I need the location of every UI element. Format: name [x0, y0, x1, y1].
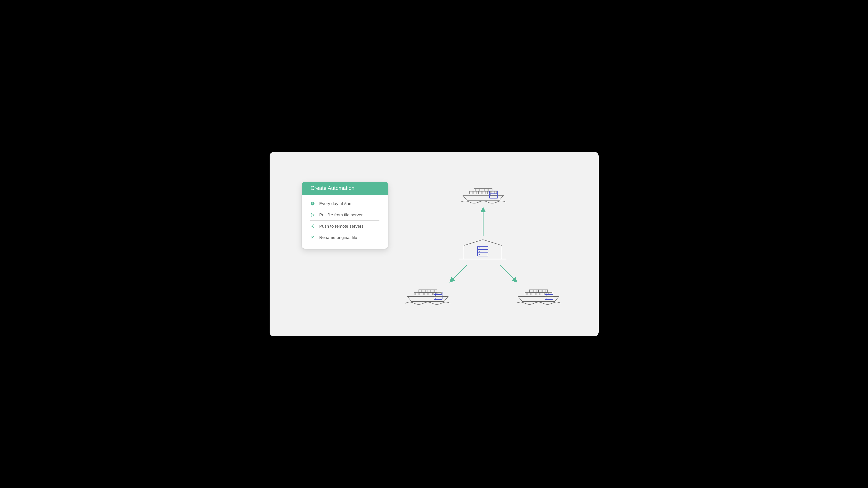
automation-step: Push to remote servers	[310, 221, 379, 232]
step-label: Every day at 5am	[319, 201, 353, 206]
automation-step: Every day at 5am	[310, 201, 379, 209]
import-icon	[310, 224, 315, 228]
card-body: Every day at 5am Pull file from file ser…	[302, 195, 388, 249]
export-icon	[310, 213, 315, 217]
automation-card: Create Automation Every day at 5am Pull …	[302, 182, 388, 249]
ship-server-top-icon	[461, 189, 506, 203]
illustration-canvas: Create Automation Every day at 5am Pull …	[270, 152, 599, 336]
edit-icon	[310, 235, 315, 239]
ship-server-bottom-right-icon	[516, 290, 561, 304]
step-label: Pull file from file server	[319, 213, 363, 218]
distribution-diagram	[396, 184, 572, 310]
warehouse-server-icon	[459, 239, 506, 259]
automation-step: Pull file from file server	[310, 209, 379, 221]
card-title: Create Automation	[302, 182, 388, 195]
step-label: Push to remote servers	[319, 224, 364, 229]
ship-server-bottom-left-icon	[405, 290, 451, 304]
arrow-down-right	[500, 265, 516, 281]
clock-icon	[310, 201, 315, 206]
step-label: Rename original file	[319, 235, 357, 240]
automation-step: Rename original file	[310, 232, 379, 243]
arrow-down-left	[451, 265, 467, 281]
